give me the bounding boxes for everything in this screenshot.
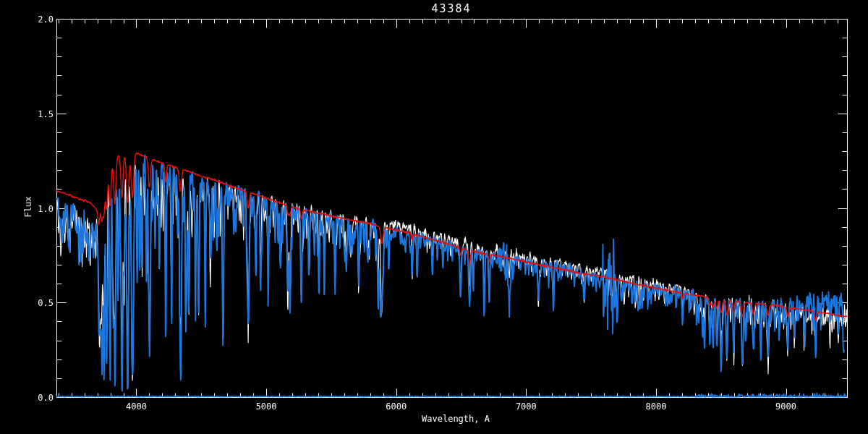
spectrum-plot-window: 43384 Wavelength, A Flux 400050006000700… bbox=[0, 0, 868, 434]
y-tick-label-1.5: 1.5 bbox=[0, 109, 54, 119]
y-tick-label-2.0: 2.0 bbox=[0, 14, 54, 25]
x-axis-label: Wavelength, A bbox=[422, 414, 490, 424]
plot-title: 43384 bbox=[431, 2, 471, 15]
x-tick-label-4000: 4000 bbox=[126, 401, 147, 412]
x-tick-label-5000: 5000 bbox=[256, 401, 277, 412]
x-tick-label-6000: 6000 bbox=[386, 401, 407, 412]
y-tick-label-0.5: 0.5 bbox=[0, 298, 54, 308]
x-tick-label-8000: 8000 bbox=[646, 401, 667, 412]
x-tick-label-9000: 9000 bbox=[775, 401, 796, 412]
x-tick-label-7000: 7000 bbox=[516, 401, 537, 412]
spectrum-plot-canvas bbox=[0, 0, 868, 434]
y-tick-label-1.0: 1.0 bbox=[0, 204, 54, 214]
y-tick-label-0.0: 0.0 bbox=[0, 393, 54, 403]
